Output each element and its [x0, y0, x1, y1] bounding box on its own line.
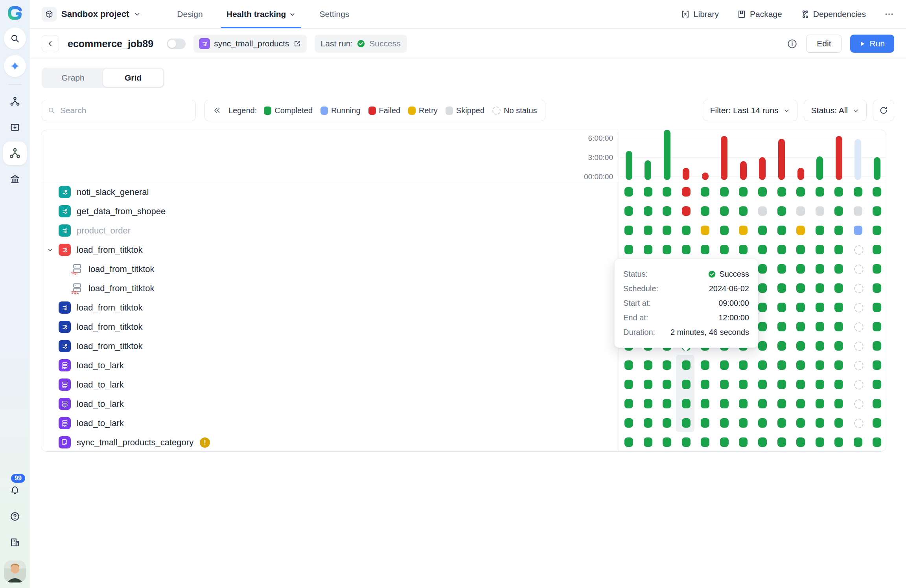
view-option-graph[interactable]: Graph	[43, 69, 103, 87]
run-status-dot-completed[interactable]	[796, 303, 805, 312]
refresh-button[interactable]	[873, 100, 894, 121]
run-status-dot-completed[interactable]	[873, 226, 881, 235]
run-status-dot-completed[interactable]	[816, 322, 824, 331]
run-status-dot-completed[interactable]	[739, 380, 748, 389]
job-enabled-toggle[interactable]	[167, 39, 186, 49]
run-status-dot-completed[interactable]	[816, 437, 824, 447]
ai-assistant-button[interactable]	[4, 55, 26, 77]
run-status-dot-completed[interactable]	[739, 187, 748, 197]
tab-settings[interactable]: Settings	[319, 0, 349, 28]
task-cell[interactable]: load_from_titktok	[41, 336, 619, 356]
run-status-dot-completed[interactable]	[624, 399, 633, 408]
run-status-dot-skipped[interactable]	[854, 206, 862, 216]
run-status-dot-completed[interactable]	[873, 187, 881, 197]
run-status-dot-completed[interactable]	[701, 187, 709, 197]
run-status-dot-completed[interactable]	[758, 245, 767, 254]
run-status-dot-completed[interactable]	[663, 437, 671, 447]
run-status-dot-completed[interactable]	[720, 418, 729, 428]
run-status-dot-completed[interactable]	[816, 264, 824, 274]
run-status-dot-completed[interactable]	[796, 341, 805, 351]
run-status-dot-completed[interactable]	[777, 187, 786, 197]
run-status-dot-completed[interactable]	[644, 226, 652, 235]
run-status-dot-completed[interactable]	[834, 437, 843, 447]
run-status-dot-completed[interactable]	[777, 206, 786, 216]
run-status-dot-completed[interactable]	[758, 437, 767, 447]
run-status-dot-completed[interactable]	[777, 399, 786, 408]
run-status-dot-completed[interactable]	[720, 437, 729, 447]
run-status-dot-completed[interactable]	[682, 245, 691, 254]
run-status-dot-completed[interactable]	[796, 418, 805, 428]
run-status-dot-completed[interactable]	[624, 437, 633, 447]
run-status-dot-completed[interactable]	[701, 206, 709, 216]
run-status-dot-completed[interactable]	[663, 418, 671, 428]
run-status-dot-completed[interactable]	[644, 437, 652, 447]
run-status-dot-completed[interactable]	[873, 245, 881, 254]
run-status-dot-completed[interactable]	[777, 380, 786, 389]
run-status-dot-completed[interactable]	[663, 360, 671, 370]
run-status-dot-completed[interactable]	[644, 418, 652, 428]
run-status-dot-completed[interactable]	[624, 418, 633, 428]
task-cell[interactable]: SQLload_to_lark	[41, 394, 619, 413]
run-status-dot-completed[interactable]	[796, 322, 805, 331]
run-status-dot-no-status[interactable]	[854, 361, 864, 370]
run-status-dot-completed[interactable]	[682, 226, 691, 235]
run-status-dot-completed[interactable]	[663, 226, 671, 235]
run-status-dot-completed[interactable]	[758, 380, 767, 389]
run-status-dot-completed[interactable]	[816, 303, 824, 312]
run-status-dot-completed[interactable]	[816, 187, 824, 197]
run-status-dot-retry[interactable]	[739, 226, 748, 235]
run-status-dot-completed[interactable]	[624, 245, 633, 254]
run-button[interactable]: Run	[850, 35, 894, 53]
run-status-dot-no-status[interactable]	[854, 342, 864, 351]
duration-bar[interactable]	[683, 168, 689, 180]
run-status-dot-completed[interactable]	[777, 360, 786, 370]
run-status-dot-completed[interactable]	[873, 380, 881, 389]
run-status-dot-completed[interactable]	[834, 283, 843, 293]
task-cell[interactable]: load_from_titktok	[41, 240, 619, 259]
run-status-dot-no-status[interactable]	[854, 284, 864, 293]
app-logo-icon[interactable]	[6, 4, 24, 22]
task-cell[interactable]: noti_slack_general	[41, 182, 619, 202]
run-status-dot-completed[interactable]	[834, 187, 843, 197]
run-status-dot-completed[interactable]	[624, 360, 633, 370]
duration-bar[interactable]	[740, 161, 747, 180]
duration-bar[interactable]	[626, 151, 632, 180]
run-status-dot-completed[interactable]	[758, 322, 767, 331]
run-status-dot-completed[interactable]	[644, 380, 652, 389]
run-status-dot-completed[interactable]	[663, 245, 671, 254]
run-status-dot-completed[interactable]	[816, 283, 824, 293]
library-button[interactable]: Library	[681, 9, 719, 19]
run-status-dot-completed[interactable]	[758, 226, 767, 235]
back-button[interactable]	[42, 35, 59, 52]
run-status-dot-completed[interactable]	[834, 399, 843, 408]
run-status-dot-completed[interactable]	[644, 206, 652, 216]
run-status-dot-completed[interactable]	[834, 322, 843, 331]
run-status-dot-retry[interactable]	[701, 226, 709, 235]
run-status-dot-completed[interactable]	[720, 226, 729, 235]
run-status-dot-completed[interactable]	[834, 418, 843, 428]
run-status-dot-completed[interactable]	[796, 380, 805, 389]
run-status-dot-skipped[interactable]	[796, 206, 805, 216]
rail-item-governance[interactable]	[3, 167, 27, 191]
run-status-dot-completed[interactable]	[834, 264, 843, 274]
run-status-dot-completed[interactable]	[777, 283, 786, 293]
run-status-dot-completed[interactable]	[739, 418, 748, 428]
run-status-dot-completed[interactable]	[758, 418, 767, 428]
task-cell[interactable]: SQLload_to_lark	[41, 356, 619, 375]
duration-bar[interactable]	[836, 136, 842, 180]
run-status-dot-completed[interactable]	[739, 437, 748, 447]
run-status-dot-completed[interactable]	[758, 283, 767, 293]
run-status-dot-completed[interactable]	[682, 418, 691, 428]
run-status-dot-completed[interactable]	[816, 418, 824, 428]
run-status-dot-completed[interactable]	[873, 360, 881, 370]
duration-bar[interactable]	[664, 130, 670, 180]
run-status-dot-completed[interactable]	[624, 226, 633, 235]
run-status-dot-completed[interactable]	[739, 360, 748, 370]
run-status-dot-completed[interactable]	[834, 341, 843, 351]
run-status-dot-completed[interactable]	[796, 437, 805, 447]
run-status-dot-completed[interactable]	[873, 283, 881, 293]
task-cell[interactable]: load_from_titktok	[41, 317, 619, 336]
run-status-dot-completed[interactable]	[682, 360, 691, 370]
rail-item-pipelines[interactable]	[3, 90, 27, 113]
run-status-dot-completed[interactable]	[873, 437, 881, 447]
